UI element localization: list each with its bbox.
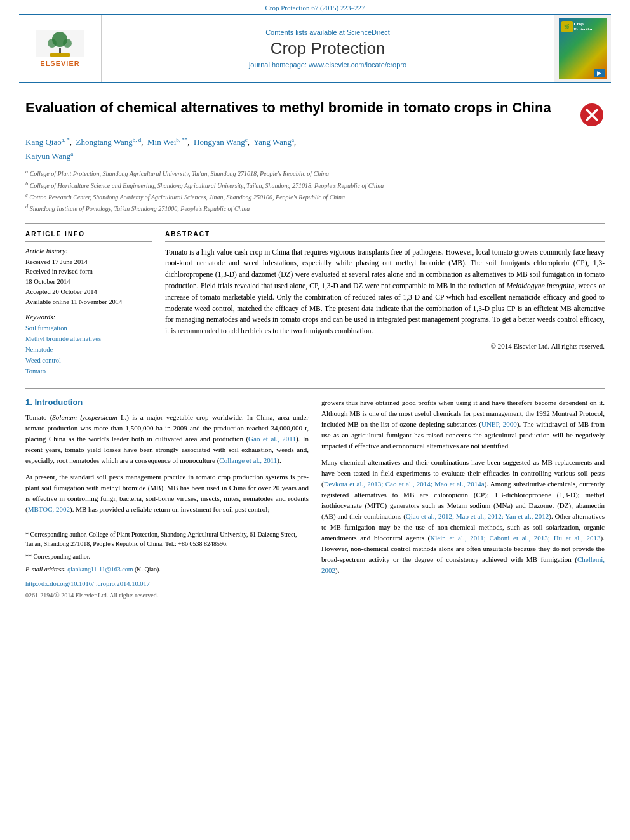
journal-title-section: Contents lists available at ScienceDirec…: [102, 15, 554, 82]
cover-image: 🌿 Crop Protection ▶: [559, 18, 607, 79]
journal-cover: 🌿 Crop Protection ▶: [554, 15, 611, 82]
intro-para-1: Tomato (Solanum lycopersicum L.) is a ma…: [25, 412, 309, 514]
affiliation-a: a College of Plant Protection, Shandong …: [25, 168, 605, 178]
cover-title: Crop Protection: [574, 22, 594, 32]
author-3: Min Wei: [147, 137, 176, 147]
svg-rect-5: [50, 53, 70, 57]
cover-arrow: ▶: [594, 69, 605, 77]
footnote-2: ** Corresponding author.: [25, 552, 309, 561]
copyright-line: © 2014 Elsevier Ltd. All rights reserved…: [165, 342, 605, 350]
info-divider: [25, 241, 152, 242]
received-date: Received 17 June 2014: [25, 257, 152, 267]
crossmark-badge[interactable]: [579, 102, 605, 128]
issn-line: 0261-2194/© 2014 Elsevier Ltd. All right…: [25, 590, 309, 600]
doi-line[interactable]: http://dx.doi.org/10.1016/j.cropro.2014.…: [25, 579, 309, 589]
introduction-heading: 1. Introduction: [25, 397, 309, 407]
author-1: Kang Qiao: [25, 137, 62, 147]
paper-content: Evaluation of chemical alternatives to m…: [0, 83, 630, 613]
elsevier-text: ELSEVIER: [40, 60, 79, 67]
revised-date: 18 October 2014: [25, 277, 152, 287]
svg-point-4: [63, 39, 72, 48]
abstract-text: Tomato is a high-value cash crop in Chin…: [165, 247, 605, 338]
available-date: Available online 11 November 2014: [25, 297, 152, 307]
article-title: Evaluation of chemical alternatives to m…: [25, 99, 570, 117]
footnote-1: * Corresponding author. College of Plant…: [25, 530, 309, 549]
body-two-col: 1. Introduction Tomato (Solanum lycopers…: [25, 397, 605, 600]
affiliation-b: b College of Horticulture Science and En…: [25, 180, 605, 190]
email-footnote: E-mail address: qiankang11-11@163.com (K…: [25, 564, 309, 574]
crossmark-icon: [580, 103, 603, 126]
journal-citation: Crop Protection 67 (2015) 223–227: [0, 0, 630, 14]
keywords-label: Keywords:: [25, 313, 152, 321]
affiliations: a College of Plant Protection, Shandong …: [25, 168, 605, 213]
keyword-4: Weed control: [25, 356, 152, 366]
body-section: 1. Introduction Tomato (Solanum lycopers…: [25, 388, 605, 600]
author-2: Zhongtang Wang: [76, 137, 132, 147]
abstract-heading: ABSTRACT: [165, 230, 605, 237]
body-right-col: growers thus have obtained good profits …: [321, 397, 605, 600]
affiliation-c: c Cotton Research Center, Shandong Acade…: [25, 192, 605, 202]
article-info-column: ARTICLE INFO Article history: Received 1…: [25, 230, 152, 377]
authors-list: Kang Qiaoa, *, Zhongtang Wangb, d, Min W…: [25, 135, 605, 163]
accepted-date: Accepted 20 October 2014: [25, 287, 152, 297]
elsevier-logo-section: ELSEVIER: [19, 15, 102, 82]
keyword-1: Soil fumigation: [25, 323, 152, 334]
abstract-divider: [165, 241, 605, 242]
history-label: Article history:: [25, 247, 152, 255]
abstract-column: ABSTRACT Tomato is a high-value cash cro…: [165, 230, 605, 377]
author-4: Hongyan Wang: [194, 137, 245, 147]
author-5: Yang Wang: [253, 137, 292, 147]
keyword-2: Methyl bromide alternatives: [25, 334, 152, 345]
homepage-line: journal homepage: www.elsevier.com/locat…: [249, 61, 406, 69]
article-title-section: Evaluation of chemical alternatives to m…: [25, 93, 605, 128]
section-divider: [25, 223, 605, 224]
info-abstract-section: ARTICLE INFO Article history: Received 1…: [25, 230, 605, 377]
email-link[interactable]: qiankang11-11@163.com: [67, 566, 133, 573]
affiliation-d: d Shandong Institute of Pomology, Tai'an…: [25, 203, 605, 213]
body-left-col: 1. Introduction Tomato (Solanum lycopers…: [25, 397, 309, 600]
right-col-para-1: growers thus have obtained good profits …: [321, 397, 605, 576]
revised-label: Received in revised form: [25, 267, 152, 277]
citation-text: Crop Protection 67 (2015) 223–227: [265, 4, 365, 11]
crop-icon: 🌿: [561, 21, 573, 32]
journal-header: ELSEVIER Contents lists available at Sci…: [19, 14, 611, 83]
elsevier-tree-logo: [36, 30, 84, 57]
article-info-heading: ARTICLE INFO: [25, 230, 152, 237]
journal-title: Crop Protection: [271, 39, 385, 58]
svg-point-3: [48, 39, 57, 48]
keyword-5: Tomato: [25, 366, 152, 377]
keyword-3: Nematode: [25, 345, 152, 356]
footnotes: * Corresponding author. College of Plant…: [25, 524, 309, 601]
sciencedirect-line: Contents lists available at ScienceDirec…: [265, 29, 390, 36]
author-6: Kaiyun Wang: [25, 151, 70, 161]
